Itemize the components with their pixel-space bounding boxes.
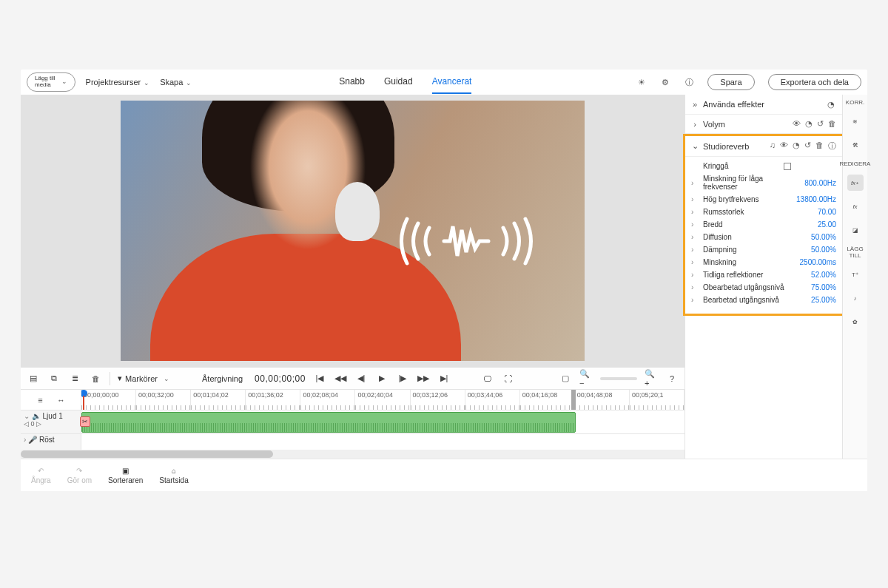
titles-icon[interactable]: T⁺	[847, 266, 864, 283]
effect-param[interactable]: Kringgå	[691, 160, 836, 172]
export-share-button[interactable]: Exportera och dela	[768, 74, 861, 90]
redo-button[interactable]: ↷Gör om	[67, 467, 92, 484]
rail-label-add: LÄGG TILL	[843, 246, 867, 259]
reset-icon[interactable]: ↺	[804, 141, 811, 152]
add-media-button[interactable]: Lägg till media ⌄	[27, 72, 75, 92]
side-rail: KORR. ≋ 🛠 REDIGERA fx⋆ fx ◪ LÄGG TILL T⁺…	[842, 95, 867, 459]
note-icon[interactable]: ♫	[770, 141, 776, 152]
tools-icon[interactable]: ▤	[27, 372, 40, 385]
tools-icon[interactable]: 🛠	[847, 137, 864, 153]
effect-param[interactable]: ›Dämpning50.00%	[691, 243, 836, 256]
bottom-bar: ↶Ångra ↷Gör om ▣Sorteraren ⌂Startsida	[21, 459, 867, 491]
razor-icon[interactable]: ✂	[80, 416, 90, 427]
reset-icon[interactable]: ↺	[817, 119, 824, 129]
home-button[interactable]: ⌂Startsida	[159, 467, 188, 484]
zoom-out-icon[interactable]: 🔍−	[579, 372, 593, 385]
effect-param[interactable]: ›Hög brytfrekvens13800.00Hz	[691, 193, 836, 206]
chevron-right-icon: ›	[691, 246, 699, 254]
expand-icon[interactable]: »	[691, 100, 699, 109]
chevron-down-icon: ⌄	[186, 79, 192, 87]
audio-clip[interactable]	[81, 412, 576, 433]
trash-icon[interactable]: 🗑	[828, 119, 836, 129]
ruler-tick: 00;00;32;00	[136, 390, 191, 410]
checkbox[interactable]	[784, 163, 791, 170]
ruler-tick: 00;01;36;02	[246, 390, 300, 410]
play-icon[interactable]: ▶	[375, 372, 388, 385]
safe-margins-icon[interactable]: ▢	[559, 372, 572, 385]
effect-volume[interactable]: › Volym 👁 ◔ ↺ 🗑	[685, 115, 842, 134]
effect-param[interactable]: ›Rumsstorlek70.00	[691, 206, 836, 218]
goto-end-icon[interactable]: ▶|	[437, 372, 451, 385]
step-back-icon[interactable]: ◀◀	[334, 372, 347, 385]
effect-param[interactable]: ›Obearbetad utgångsnivå75.00%	[691, 281, 836, 294]
effect-param[interactable]: ›Minskning2500.00ms	[691, 256, 836, 268]
keyframe-icon[interactable]: ◔	[805, 119, 813, 129]
info-icon[interactable]: ⓘ	[828, 141, 836, 152]
trash-icon[interactable]: 🗑	[815, 141, 824, 152]
snap-icon[interactable]: ⧉	[47, 372, 61, 385]
trash-icon[interactable]: 🗑	[89, 372, 102, 385]
step-forward-icon[interactable]: ▶▶	[417, 372, 430, 385]
graphics-icon[interactable]: ✿	[847, 314, 864, 330]
ruler-tick: 00;02;40;04	[355, 390, 410, 410]
effect-param[interactable]: ›Diffusion50.00%	[691, 231, 836, 243]
ruler-tick: 00;03;44;06	[465, 390, 520, 410]
video-preview	[21, 95, 684, 367]
timeline-tool-a-icon[interactable]: ≡	[34, 393, 47, 407]
tab-advanced[interactable]: Avancerat	[432, 70, 472, 94]
brightness-icon[interactable]: ☀	[636, 77, 647, 87]
fx-icon[interactable]: fx	[847, 198, 864, 214]
track-label: Ljud 1	[43, 412, 63, 420]
monitor-icon[interactable]: 🖵	[480, 372, 494, 385]
zoom-slider[interactable]	[600, 377, 637, 380]
list-icon[interactable]: ≣	[68, 372, 81, 385]
chevron-down-icon: ⌄	[61, 78, 67, 86]
track-body[interactable]: ✂	[81, 410, 684, 433]
ruler-tick: 00;01;04;02	[191, 390, 246, 410]
zoom-in-icon[interactable]: 🔍+	[645, 372, 658, 385]
track-body[interactable]	[81, 434, 684, 450]
effect-param[interactable]: ›Bredd25.00	[691, 218, 836, 231]
tab-guided[interactable]: Guidad	[384, 70, 413, 94]
music-icon[interactable]: ♪	[847, 290, 864, 306]
effect-param[interactable]: ›Minskning för låga frekvenser800.00Hz	[691, 172, 836, 193]
effect-studioreverb[interactable]: ⌄ Studioreverb ♫ 👁 ◔ ↺ 🗑 ⓘ	[685, 136, 842, 157]
timecode[interactable]: 00,00;00;00	[255, 374, 306, 384]
left-pane: ▤ ⧉ ≣ 🗑 ▾ Markörer ⌄ Återgivning 00,00;0…	[21, 95, 684, 459]
track-pan[interactable]: ◁ 0 ▷	[24, 420, 78, 428]
render-label: Återgivning	[202, 374, 243, 383]
effect-param[interactable]: ›Bearbetad utgångsnivå25.00%	[691, 294, 836, 306]
effect-param[interactable]: ›Tidliga reflektioner52.00%	[691, 268, 836, 281]
frame-forward-icon[interactable]: |▶	[396, 372, 409, 385]
corrections-icon[interactable]: ≋	[847, 113, 864, 129]
chevron-down-icon: ⌄	[144, 79, 149, 87]
crop-icon[interactable]: ◪	[847, 222, 864, 238]
tab-quick[interactable]: Snabb	[339, 70, 365, 94]
workspace-tabs: Snabb Guidad Avancerat	[339, 70, 471, 94]
save-button[interactable]: Spara	[707, 74, 754, 90]
app-window: Lägg till media ⌄ Projektresurser⌄ Skapa…	[21, 70, 867, 491]
timeline-tool-b-icon[interactable]: ↔	[55, 393, 68, 407]
info-icon[interactable]: ⓘ	[684, 77, 694, 87]
track-label: Röst	[39, 436, 55, 444]
timeline-scrollbar[interactable]	[21, 450, 684, 459]
create-menu[interactable]: Skapa⌄	[160, 78, 192, 87]
organizer-button[interactable]: ▣Sorteraren	[108, 467, 143, 484]
chevron-right-icon: ›	[691, 283, 699, 291]
stopwatch-icon[interactable]: ◔	[826, 99, 836, 109]
eye-icon[interactable]: 👁	[780, 141, 788, 152]
keyframe-icon[interactable]: ◔	[793, 141, 800, 152]
eye-icon[interactable]: 👁	[793, 119, 801, 129]
frame-back-icon[interactable]: ◀|	[354, 372, 368, 385]
markers-dropdown[interactable]: ▾ Markörer ⌄	[118, 374, 169, 383]
chevron-right-icon: ›	[691, 271, 699, 279]
project-resources-menu[interactable]: Projektresurser⌄	[86, 78, 150, 87]
gear-icon[interactable]: ⚙	[660, 77, 670, 87]
fullscreen-icon[interactable]: ⛶	[501, 372, 514, 385]
fx-applied-icon[interactable]: fx⋆	[847, 175, 864, 191]
goto-start-icon[interactable]: |◀	[313, 372, 326, 385]
undo-button[interactable]: ↶Ångra	[31, 467, 51, 484]
help-icon[interactable]: ?	[665, 372, 679, 385]
time-ruler[interactable]: 00;00;00;0000;00;32;0000;01;04;0200;01;3…	[81, 390, 684, 410]
transport-bar: ▤ ⧉ ≣ 🗑 ▾ Markörer ⌄ Återgivning 00,00;0…	[21, 367, 684, 389]
